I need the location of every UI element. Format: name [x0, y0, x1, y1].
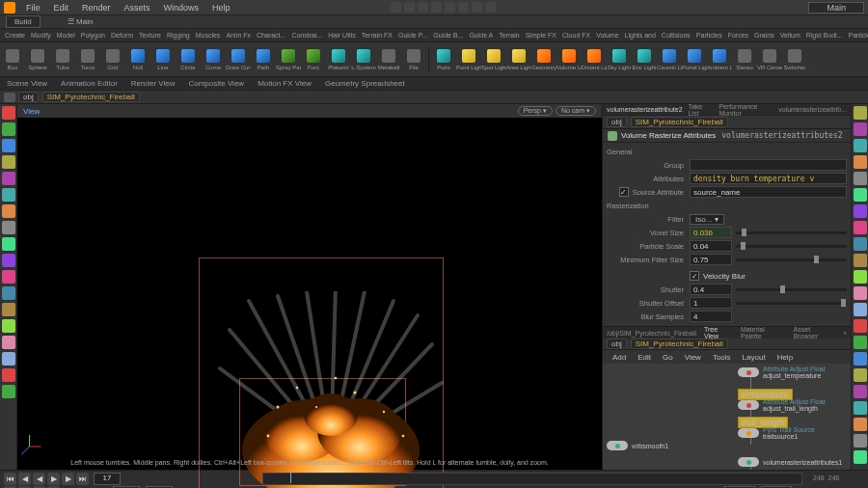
- shelf-tab[interactable]: Polygon: [78, 32, 108, 39]
- shelf-tab[interactable]: Charact...: [254, 32, 288, 39]
- shelf-tool-sky-light[interactable]: Sky Light: [607, 44, 632, 75]
- left-tool-icon[interactable]: [2, 172, 15, 185]
- shelf-tab[interactable]: Terrain FX: [359, 32, 395, 39]
- param-shutteroffset-input[interactable]: [690, 297, 732, 309]
- shelf-tab[interactable]: Collisions: [659, 32, 693, 39]
- viewport-3d[interactable]: Left mouse tumbles. Middle pans. Right d…: [17, 118, 602, 470]
- param-blursamples-input[interactable]: [690, 311, 732, 322]
- right-tool-icon[interactable]: [854, 106, 867, 120]
- param-particlescale-input[interactable]: [690, 240, 732, 252]
- node-volumerasterize[interactable]: volumerasterizeattributes1: [738, 457, 842, 467]
- network-tab-row[interactable]: /obj/SIM_Pyrotechnic_Fireball Tree View …: [603, 327, 851, 339]
- shelf-tool-torus[interactable]: Torus: [75, 44, 100, 75]
- param-shutter-input[interactable]: [690, 284, 732, 295]
- node-adjust-trail[interactable]: Attribute Adjust Floatadjust_trail_lengt…: [738, 398, 826, 412]
- shelf-tool-circle[interactable]: Circle: [176, 44, 201, 75]
- left-tool-icon[interactable]: [2, 336, 15, 349]
- right-tool-icon[interactable]: [854, 270, 867, 284]
- shelf-tool-path[interactable]: Path: [251, 44, 276, 75]
- shelf-tool-switcher[interactable]: Switcher: [782, 44, 807, 75]
- right-tool-icon[interactable]: [854, 204, 867, 218]
- pane-tab[interactable]: Composite View: [181, 79, 251, 88]
- pane-tab[interactable]: Motion FX View: [251, 79, 318, 88]
- right-tool-icon[interactable]: [854, 450, 867, 464]
- right-tool-icon[interactable]: [854, 434, 867, 447]
- left-tool-icon[interactable]: [2, 385, 15, 398]
- velocity-blur-check[interactable]: [690, 271, 699, 281]
- shelf-tool-file[interactable]: File: [401, 44, 426, 75]
- left-tool-icon[interactable]: [2, 221, 15, 234]
- timeline-track[interactable]: [262, 473, 802, 485]
- viewport-toolbar-icons[interactable]: [391, 2, 496, 13]
- param-group-input[interactable]: [690, 159, 847, 171]
- left-tool-icon[interactable]: [2, 319, 15, 333]
- shelf-tool-platonic[interactable]: Platonic: [326, 44, 351, 75]
- shelf-tool-tube[interactable]: Tube: [50, 44, 75, 75]
- shelf-tool-env-light[interactable]: Env Light: [632, 44, 657, 75]
- menu-windows[interactable]: Windows: [157, 3, 206, 13]
- shelf-tool-point-light[interactable]: Point Light: [456, 44, 481, 75]
- shelf-tool-box[interactable]: Box: [0, 44, 25, 75]
- shelf-tab[interactable]: Model: [54, 32, 78, 39]
- shelf-tab[interactable]: Lights and: [622, 32, 659, 39]
- network-panel[interactable]: /obj/SIM_Pyrotechnic_Fireball Tree View …: [603, 326, 851, 470]
- param-shutteroffset-slider[interactable]: [736, 302, 847, 305]
- right-tool-icon[interactable]: [854, 418, 867, 431]
- shelf-tool-ambient-light[interactable]: Ambient Light: [707, 44, 732, 75]
- param-path-obj[interactable]: obj: [607, 117, 627, 127]
- param-attributes-input[interactable]: [690, 173, 847, 184]
- right-tool-icon[interactable]: [854, 401, 867, 415]
- shelf-tabs[interactable]: CreateModifyModelPolygonDeformTextureRig…: [0, 29, 868, 42]
- menu-render[interactable]: Render: [75, 3, 118, 13]
- param-source-attr-input[interactable]: [690, 186, 847, 198]
- shelf-tool-sphere[interactable]: Sphere: [25, 44, 50, 75]
- shelf-tab[interactable]: Volume: [593, 32, 621, 39]
- right-tool-icon[interactable]: [854, 254, 867, 267]
- shelf-tool-curve[interactable]: Curve: [201, 44, 226, 75]
- network-menu-go[interactable]: Go: [657, 353, 679, 362]
- param-shutter-slider[interactable]: [736, 288, 847, 291]
- network-menus[interactable]: AddEditGoViewToolsLayoutHelp: [603, 350, 851, 364]
- param-voxelsize-input[interactable]: [690, 227, 732, 238]
- shelf-tab[interactable]: Anim Fx: [223, 32, 254, 39]
- menu-help[interactable]: Help: [205, 3, 237, 13]
- shelf-tab[interactable]: Forces: [725, 32, 751, 39]
- camera-persp-pill[interactable]: Persp ▾: [518, 106, 553, 116]
- playback-controls[interactable]: ⏮ ◀ ◀ ▶ ▶ ⏭ 17: [0, 471, 127, 486]
- shelf-tool-spot-light[interactable]: Spot Light: [481, 44, 506, 75]
- shelf-tool-metaball[interactable]: Metaball: [376, 44, 401, 75]
- network-canvas[interactable]: Attribute Adjust Floatadjust_temperature…: [603, 364, 851, 470]
- left-tool-icon[interactable]: [2, 204, 15, 218]
- goto-first-button[interactable]: ⏮: [4, 473, 16, 485]
- step-back-button[interactable]: ◀: [18, 473, 31, 485]
- param-path-bar[interactable]: obj SIM_Pyrotechnic_Fireball: [603, 116, 851, 129]
- shelf-tab[interactable]: Cloud FX: [559, 32, 593, 39]
- shelf-tab[interactable]: Modify: [28, 32, 54, 39]
- playhead[interactable]: [290, 473, 291, 483]
- left-tool-icon[interactable]: [2, 237, 15, 251]
- viewport-left-toolbar[interactable]: [0, 104, 17, 470]
- shelf-tool-point[interactable]: Point: [431, 44, 456, 75]
- menu-file[interactable]: File: [19, 3, 47, 13]
- play-back-button[interactable]: ◀: [33, 473, 45, 485]
- right-tool-icon[interactable]: [854, 237, 867, 251]
- pane-tab[interactable]: Animation Editor: [54, 79, 124, 88]
- network-menu-view[interactable]: View: [679, 353, 707, 362]
- desktop-main-label[interactable]: Main: [808, 2, 864, 14]
- node-adjust-temperature[interactable]: Attribute Adjust Floatadjust_temperature: [738, 366, 826, 379]
- shelf-tool-vr-camera[interactable]: VR Camera: [757, 44, 782, 75]
- param-voxelsize-slider[interactable]: [736, 231, 847, 234]
- right-tool-icon[interactable]: [854, 385, 867, 398]
- right-tool-icon[interactable]: [854, 336, 867, 349]
- viewport-right-toolbar[interactable]: [851, 104, 868, 470]
- shelf-tab[interactable]: Create: [2, 32, 28, 39]
- shelf-tab[interactable]: Guide A: [466, 32, 496, 39]
- param-minfilter-slider[interactable]: [736, 258, 847, 261]
- shelf-tool-spray-paint[interactable]: Spray Paint: [276, 44, 301, 75]
- network-menu-help[interactable]: Help: [772, 353, 799, 362]
- step-fwd-button[interactable]: ▶: [62, 473, 74, 485]
- build-label[interactable]: Build: [6, 15, 41, 28]
- right-tool-icon[interactable]: [854, 319, 867, 333]
- shelf-tool-draw-curve[interactable]: Draw Curve: [226, 44, 251, 75]
- shelf-tool-grid[interactable]: Grid: [100, 44, 125, 75]
